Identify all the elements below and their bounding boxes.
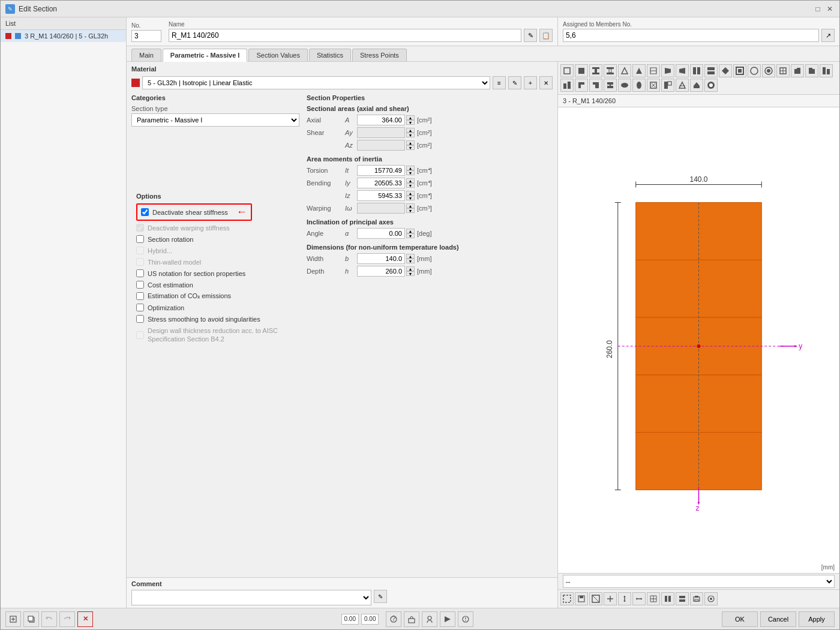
bending-iz-up[interactable]: ▲ — [406, 191, 415, 196]
angle-input[interactable] — [357, 228, 405, 239]
list-item[interactable]: 3 R_M1 140/260 | 5 - GL32h — [1, 30, 126, 42]
axial-down[interactable]: ▼ — [406, 120, 415, 125]
redo-button[interactable] — [59, 611, 75, 627]
preview-settings-btn[interactable] — [704, 592, 718, 605]
torsion-input[interactable] — [357, 165, 405, 176]
thin-walled-checkbox[interactable] — [136, 258, 144, 266]
bending-iz-down[interactable]: ▼ — [406, 196, 415, 200]
shape-btn-26[interactable] — [647, 79, 660, 92]
shape-btn-5[interactable] — [618, 64, 631, 77]
torsion-down[interactable]: ▼ — [406, 170, 415, 175]
browse-name-button[interactable]: 📋 — [539, 29, 553, 42]
shape-btn-28[interactable] — [676, 79, 689, 92]
comment-edit-button[interactable]: ✎ — [374, 590, 387, 603]
shape-btn-21[interactable] — [575, 79, 588, 92]
shape-btn-7[interactable] — [647, 64, 660, 77]
axial-input[interactable] — [357, 115, 405, 125]
torsion-up[interactable]: ▲ — [406, 166, 415, 170]
preview-zoom-btn[interactable] — [604, 592, 617, 605]
undo-button[interactable] — [41, 611, 57, 627]
bending-iy-input[interactable] — [357, 178, 405, 188]
shape-btn-6[interactable] — [632, 64, 646, 77]
preview-zoom-width-btn[interactable] — [632, 592, 646, 605]
width-up[interactable]: ▲ — [406, 254, 415, 259]
shape-btn-13[interactable] — [733, 64, 746, 77]
shape-btn-4[interactable] — [604, 64, 617, 77]
warping-up[interactable]: ▲ — [406, 203, 415, 208]
us-notation-checkbox[interactable] — [136, 269, 144, 277]
angle-up[interactable]: ▲ — [406, 229, 415, 233]
deactivate-shear-checkbox[interactable] — [141, 208, 149, 216]
shape-btn-10[interactable] — [690, 64, 703, 77]
shape-btn-22[interactable] — [589, 79, 602, 92]
material-delete-button[interactable]: ✕ — [539, 76, 553, 89]
preview-dropdown[interactable]: -- — [563, 575, 835, 588]
tab-main[interactable]: Main — [131, 49, 161, 61]
shape-btn-23[interactable] — [604, 79, 617, 92]
optimization-checkbox[interactable] — [136, 304, 144, 311]
depth-up[interactable]: ▲ — [406, 266, 415, 271]
comment-select[interactable] — [131, 590, 371, 605]
tab-stress-points[interactable]: Stress Points — [352, 49, 407, 61]
status-icon2[interactable] — [404, 611, 419, 627]
apply-button[interactable]: Apply — [799, 611, 835, 627]
preview-print-btn[interactable] — [690, 592, 703, 605]
bending-iz-input[interactable] — [357, 190, 405, 201]
angle-down[interactable]: ▼ — [406, 233, 415, 238]
preview-grid-btn[interactable] — [647, 592, 660, 605]
material-add-button[interactable]: + — [524, 76, 537, 89]
assigned-input[interactable] — [563, 29, 819, 42]
tab-parametric-massive[interactable]: Parametric - Massive I — [163, 49, 248, 62]
close-button[interactable]: ✕ — [825, 4, 835, 14]
warping-down[interactable]: ▼ — [406, 208, 415, 213]
cancel-button[interactable]: Cancel — [760, 611, 796, 627]
shape-btn-9[interactable] — [676, 64, 689, 77]
duplicate-button[interactable] — [23, 611, 39, 627]
shape-btn-1[interactable] — [560, 64, 574, 77]
maximize-button[interactable]: □ — [813, 4, 823, 14]
shape-btn-17[interactable] — [791, 64, 804, 77]
section-type-select[interactable]: Parametric - Massive I — [131, 113, 299, 127]
shape-btn-18[interactable] — [805, 64, 818, 77]
bending-iy-up[interactable]: ▲ — [406, 178, 415, 183]
shape-btn-15[interactable] — [762, 64, 775, 77]
shape-btn-12[interactable] — [719, 64, 732, 77]
design-wall-checkbox[interactable] — [136, 331, 144, 339]
tab-statistics[interactable]: Statistics — [309, 49, 351, 61]
shape-btn-29[interactable] — [690, 79, 703, 92]
material-chart-button[interactable]: ≡ — [493, 76, 506, 89]
shear-ay-up[interactable]: ▲ — [406, 128, 415, 133]
shape-btn-27[interactable] — [661, 79, 674, 92]
shape-btn-14[interactable] — [748, 64, 761, 77]
shear-az-up[interactable]: ▲ — [406, 140, 415, 145]
status-icon3[interactable] — [422, 611, 437, 627]
material-edit-button[interactable]: ✎ — [508, 76, 521, 89]
delete-button[interactable]: ✕ — [77, 611, 93, 627]
cost-estimation-checkbox[interactable] — [136, 281, 144, 289]
status-icon4[interactable] — [440, 611, 455, 627]
shape-btn-20[interactable] — [560, 79, 574, 92]
tab-section-values[interactable]: Section Values — [248, 49, 308, 61]
shape-btn-25[interactable] — [632, 79, 646, 92]
shear-az-down[interactable]: ▼ — [406, 145, 415, 150]
depth-input[interactable] — [357, 266, 405, 277]
assigned-action-button[interactable]: ↗ — [821, 29, 835, 42]
no-input[interactable] — [131, 30, 161, 42]
shape-btn-3[interactable] — [589, 64, 602, 77]
depth-down[interactable]: ▼ — [406, 271, 415, 276]
deactivate-warping-checkbox[interactable] — [136, 224, 144, 232]
stress-smoothing-checkbox[interactable] — [136, 315, 144, 323]
preview-save-btn[interactable] — [575, 592, 588, 605]
axial-up[interactable]: ▲ — [406, 115, 415, 120]
status-icon5[interactable] — [458, 611, 473, 627]
shape-btn-8[interactable] — [661, 64, 674, 77]
width-down[interactable]: ▼ — [406, 259, 415, 263]
preview-deselect-btn[interactable] — [589, 592, 602, 605]
preview-zoom-height-btn[interactable] — [618, 592, 631, 605]
bending-iy-down[interactable]: ▼ — [406, 183, 415, 188]
material-select[interactable]: 5 - GL32h | Isotropic | Linear Elastic — [142, 76, 490, 89]
width-input[interactable] — [357, 253, 405, 264]
preview-select-btn[interactable] — [560, 592, 574, 605]
shear-ay-down[interactable]: ▼ — [406, 133, 415, 137]
shape-btn-2[interactable] — [575, 64, 588, 77]
